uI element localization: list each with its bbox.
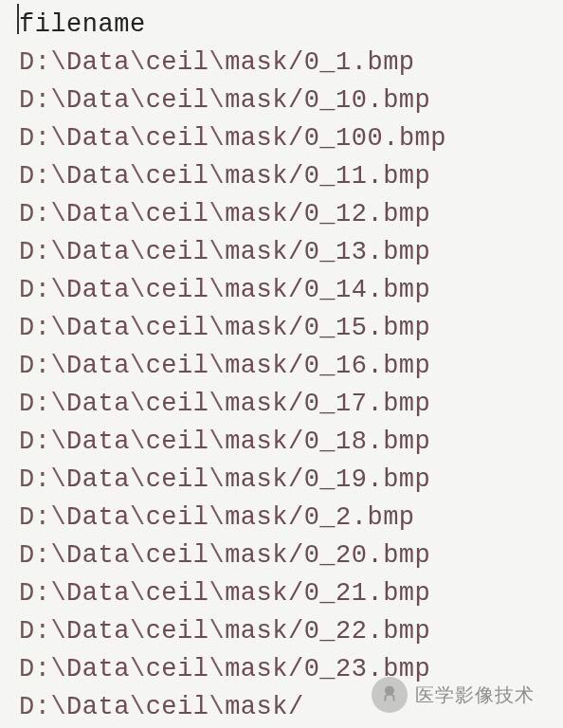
- drive-letter: D:: [19, 390, 50, 418]
- dir-segment: Data: [66, 655, 130, 683]
- file-path-row[interactable]: D:\Data\ceil\mask/0_15.bmp: [19, 309, 555, 347]
- file-path-row[interactable]: D:\Data\ceil\mask/0_100.bmp: [19, 119, 555, 157]
- column-header-filename[interactable]: filename: [19, 6, 555, 44]
- file-index: 10: [336, 86, 367, 115]
- dir-segment: Data: [66, 579, 130, 608]
- watermark-icon: [372, 677, 408, 713]
- dir-separator: \: [50, 162, 66, 191]
- file-base: 0: [304, 124, 320, 153]
- file-ext: bmp: [383, 465, 430, 494]
- file-underscore: _: [319, 162, 336, 191]
- file-index: 14: [336, 276, 367, 304]
- file-path-row[interactable]: D:\Data\ceil\mask/0_22.bmp: [19, 612, 555, 650]
- file-dot: .: [367, 86, 383, 115]
- file-ext: bmp: [383, 86, 430, 115]
- file-separator: /: [288, 617, 304, 646]
- file-base: 0: [304, 541, 320, 570]
- dir-segment: mask: [225, 48, 288, 77]
- file-separator: /: [288, 162, 304, 191]
- file-path-row[interactable]: D:\Data\ceil\mask/0_20.bmp: [19, 537, 555, 574]
- file-path-row[interactable]: D:\Data\ceil\mask/0_14.bmp: [19, 271, 555, 309]
- dir-segment: Data: [66, 124, 130, 153]
- dir-segment: Data: [66, 238, 130, 266]
- file-underscore: _: [319, 276, 336, 304]
- dir-separator: \: [50, 352, 66, 380]
- dir-segment: mask: [225, 238, 288, 266]
- dir-separator: \: [209, 200, 225, 228]
- drive-letter: D:: [19, 162, 50, 191]
- file-path-row[interactable]: D:\Data\ceil\mask/0_12.bmp: [19, 195, 555, 233]
- dir-separator: \: [209, 428, 225, 456]
- file-path-row[interactable]: D:\Data\ceil\mask/0_21.bmp: [19, 574, 555, 612]
- dir-segment: mask: [225, 541, 288, 570]
- dir-separator: \: [130, 276, 146, 304]
- dir-segment: ceil: [146, 124, 209, 153]
- file-index: 16: [336, 352, 367, 380]
- dir-segment: mask: [225, 390, 288, 418]
- dir-segment: Data: [66, 503, 130, 532]
- file-separator: /: [288, 352, 304, 380]
- file-path-row[interactable]: D:\Data\ceil\mask/0_16.bmp: [19, 347, 555, 385]
- dir-segment: ceil: [146, 48, 209, 77]
- file-base: 0: [304, 162, 320, 191]
- file-dot: .: [367, 617, 383, 646]
- dir-separator: \: [209, 48, 225, 77]
- file-path-row[interactable]: D:\Data\ceil\mask/0_2.bmp: [19, 499, 555, 537]
- dir-separator: \: [209, 655, 225, 683]
- file-index: 20: [336, 541, 367, 570]
- file-underscore: _: [319, 124, 336, 153]
- dir-separator: \: [130, 693, 146, 721]
- file-dot: .: [367, 162, 383, 191]
- dir-separator: \: [209, 617, 225, 646]
- file-separator: /: [288, 48, 304, 77]
- drive-letter: D:: [19, 541, 50, 570]
- file-base: 0: [304, 579, 320, 608]
- dir-separator: \: [209, 541, 225, 570]
- drive-letter: D:: [19, 124, 50, 153]
- file-path-row[interactable]: D:\Data\ceil\mask/0_19.bmp: [19, 461, 555, 499]
- dir-separator: \: [50, 617, 66, 646]
- dir-segment: mask: [225, 86, 288, 115]
- dir-segment: mask: [225, 465, 288, 494]
- drive-letter: D:: [19, 617, 50, 646]
- dir-segment: Data: [66, 48, 130, 77]
- file-dot: .: [367, 428, 383, 456]
- file-path-row[interactable]: D:\Data\ceil\mask/0_11.bmp: [19, 157, 555, 195]
- dir-separator: \: [130, 48, 146, 77]
- dir-segment: mask: [225, 617, 288, 646]
- file-underscore: _: [319, 617, 336, 646]
- file-index: 100: [336, 124, 383, 153]
- dir-segment: ceil: [146, 162, 209, 191]
- file-separator: /: [288, 428, 304, 456]
- file-path-row[interactable]: D:\Data\ceil\mask/0_13.bmp: [19, 233, 555, 271]
- file-path-row[interactable]: D:\Data\ceil\mask/0_17.bmp: [19, 385, 555, 423]
- dir-separator: \: [50, 276, 66, 304]
- dir-separator: \: [50, 200, 66, 228]
- dir-separator: \: [50, 124, 66, 153]
- file-path-row[interactable]: D:\Data\ceil\mask/0_10.bmp: [19, 82, 555, 119]
- file-path-row[interactable]: D:\Data\ceil\mask/0_1.bmp: [19, 44, 555, 82]
- file-separator: /: [288, 238, 304, 266]
- dir-segment: ceil: [146, 541, 209, 570]
- file-dot: .: [352, 503, 368, 532]
- dir-segment: Data: [66, 428, 130, 456]
- drive-letter: D:: [19, 48, 50, 77]
- file-base: 0: [304, 465, 320, 494]
- file-ext: bmp: [383, 617, 430, 646]
- dir-separator: \: [50, 390, 66, 418]
- file-dot: .: [367, 352, 383, 380]
- dir-segment: Data: [66, 200, 130, 228]
- drive-letter: D:: [19, 465, 50, 494]
- dir-segment: mask: [225, 428, 288, 456]
- file-ext: bmp: [383, 541, 430, 570]
- file-ext: bmp: [383, 238, 430, 266]
- dir-separator: \: [130, 655, 146, 683]
- file-index: 15: [336, 314, 367, 342]
- file-base: 0: [304, 390, 320, 418]
- dir-segment: Data: [66, 617, 130, 646]
- dir-separator: \: [209, 503, 225, 532]
- file-ext: bmp: [383, 579, 430, 608]
- dir-segment: Data: [66, 352, 130, 380]
- file-path-row[interactable]: D:\Data\ceil\mask/0_18.bmp: [19, 423, 555, 461]
- dir-segment: ceil: [146, 390, 209, 418]
